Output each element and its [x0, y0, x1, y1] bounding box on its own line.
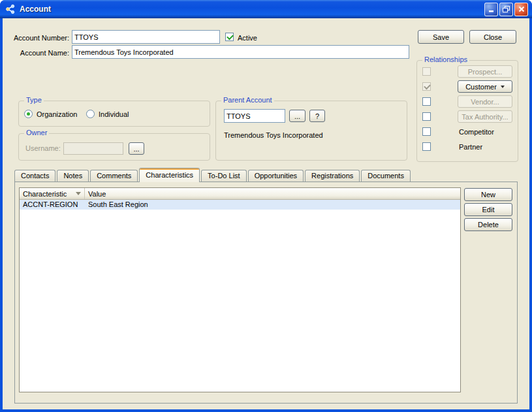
username-label: Username: [25, 144, 61, 152]
table-row[interactable]: ACCNT-REGION South East Region [20, 200, 460, 210]
new-button[interactable]: New [464, 188, 512, 201]
window-controls [484, 3, 528, 16]
edit-button[interactable]: Edit [464, 203, 512, 216]
column-header-characteristic-label: Characteristic [23, 190, 67, 198]
restore-button[interactable] [499, 3, 513, 16]
minimize-icon [488, 6, 495, 12]
account-window: Account Account Number: Active Save Clos… [0, 0, 532, 412]
type-group: Type Organization Individual [18, 101, 210, 127]
username-input [63, 142, 123, 155]
tab-opportunities[interactable]: Opportunities [248, 170, 304, 182]
prospect-button: Prospect... [458, 65, 512, 78]
parent-account-group-title: Parent Account [221, 96, 274, 104]
relationships-group: Relationships Prospect... Customer Vendo… [416, 60, 518, 162]
restore-icon [503, 6, 510, 13]
tab-contacts[interactable]: Contacts [14, 170, 55, 182]
active-checkbox[interactable] [225, 33, 234, 41]
delete-button[interactable]: Delete [464, 218, 512, 231]
parent-account-browse-button[interactable]: ... [289, 110, 305, 122]
table-header: Characteristic Value [20, 188, 460, 200]
partner-label: Partner [459, 143, 482, 151]
window-content: Account Number: Active Save Close Accoun… [3, 18, 529, 409]
minimize-button[interactable] [484, 3, 498, 16]
sort-descending-icon [76, 192, 81, 195]
tax-authority-checkbox[interactable] [422, 112, 431, 121]
vendor-button: Vendor... [458, 95, 512, 108]
close-icon [518, 6, 525, 12]
customer-button[interactable]: Customer [458, 80, 512, 93]
owner-browse-button[interactable]: ... [129, 142, 144, 155]
tab-documents[interactable]: Documents [361, 170, 411, 182]
owner-group: Owner Username: ... [18, 133, 210, 161]
parent-account-help-button[interactable]: ? [309, 110, 325, 122]
organization-label: Organization [37, 110, 77, 118]
competitor-label: Competitor [459, 128, 494, 136]
tab-todo-list[interactable]: To-Do List [201, 170, 247, 182]
account-number-input[interactable] [72, 30, 220, 44]
relationships-group-title: Relationships [422, 55, 469, 63]
type-group-title: Type [24, 96, 44, 104]
account-name-input[interactable] [72, 45, 409, 59]
dropdown-arrow-icon [501, 86, 505, 88]
tab-comments[interactable]: Comments [90, 170, 138, 182]
individual-label: Individual [99, 110, 129, 118]
prospect-checkbox [422, 67, 431, 76]
account-number-label: Account Number: [5, 34, 69, 42]
account-name-label: Account Name: [5, 49, 69, 57]
tab-notes[interactable]: Notes [57, 170, 89, 182]
close-button[interactable]: Close [469, 30, 516, 44]
active-label: Active [238, 34, 257, 42]
window-title: Account [20, 5, 484, 14]
parent-account-resolved-name: Tremendous Toys Incorporated [224, 131, 323, 139]
column-header-characteristic[interactable]: Characteristic [20, 188, 85, 199]
tax-authority-button: Tax Authority... [458, 110, 512, 123]
column-header-value[interactable]: Value [85, 188, 460, 199]
competitor-checkbox[interactable] [422, 127, 431, 136]
organization-radio[interactable] [24, 110, 33, 118]
characteristics-table: Characteristic Value ACCNT-REGION South … [19, 187, 461, 392]
app-icon [5, 4, 16, 14]
tab-registrations[interactable]: Registrations [305, 170, 360, 182]
individual-radio[interactable] [86, 110, 95, 118]
characteristics-panel: Characteristic Value ACCNT-REGION South … [14, 182, 518, 404]
customer-button-label: Customer [465, 83, 497, 91]
cell-value: South East Region [85, 200, 460, 210]
close-window-button[interactable] [514, 3, 528, 16]
tab-bar: Contacts Notes Comments Characteristics … [14, 168, 412, 182]
parent-account-group: Parent Account ... ? Tremendous Toys Inc… [215, 101, 407, 161]
customer-checkbox [422, 82, 431, 91]
parent-account-input[interactable] [224, 109, 285, 123]
column-header-value-label: Value [88, 190, 106, 198]
save-button[interactable]: Save [418, 30, 464, 44]
owner-group-title: Owner [24, 129, 49, 136]
tab-characteristics[interactable]: Characteristics [139, 168, 200, 182]
titlebar[interactable]: Account [0, 0, 532, 18]
vendor-checkbox[interactable] [422, 97, 431, 106]
cell-characteristic: ACCNT-REGION [20, 200, 85, 210]
partner-checkbox[interactable] [422, 142, 431, 151]
